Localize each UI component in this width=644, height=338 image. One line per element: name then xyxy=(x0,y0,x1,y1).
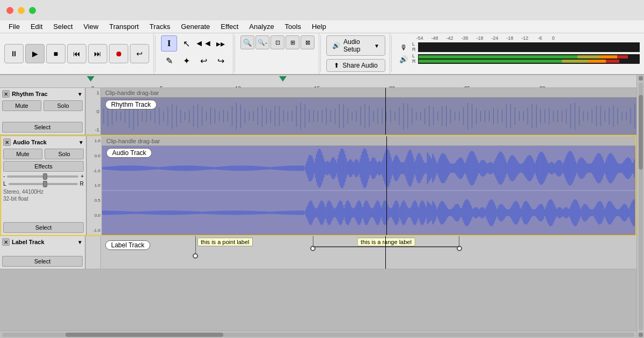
record-button[interactable]: ⏺ xyxy=(109,44,128,63)
rhythm-select-button[interactable]: Select xyxy=(2,122,83,133)
label-track-name: Label Track xyxy=(12,239,75,245)
menu-transport[interactable]: Transport xyxy=(105,21,143,32)
vertical-scrollbar[interactable] xyxy=(636,75,644,338)
menu-edit[interactable]: Edit xyxy=(26,21,47,32)
stop-button[interactable]: ■ xyxy=(46,44,65,63)
menu-analyze[interactable]: Analyze xyxy=(245,21,278,32)
rhythm-solo-button[interactable]: Solo xyxy=(43,100,83,111)
rhythm-track-row: ✕ Rhythm Trac ▼ Mute Solo Select xyxy=(0,88,636,135)
multi-tool[interactable]: ✦ xyxy=(178,53,194,69)
skip-fwd-button[interactable]: ⏭ xyxy=(88,44,107,63)
rhythm-track-menu-button[interactable]: ▼ xyxy=(77,91,83,97)
label-select-button[interactable]: Select xyxy=(2,256,83,267)
menu-view[interactable]: View xyxy=(79,21,103,32)
zoom-fit-button[interactable]: ⊡ xyxy=(270,35,284,49)
label-playhead xyxy=(385,236,386,269)
menu-select[interactable]: Select xyxy=(49,21,77,32)
vscroll-up-button[interactable] xyxy=(639,76,643,80)
menu-effect[interactable]: Effect xyxy=(216,21,243,32)
label-track-label: Label Track xyxy=(105,240,150,250)
audio-gain-slider[interactable] xyxy=(7,175,78,178)
cut-right-tool[interactable]: ▸▸ xyxy=(213,35,229,52)
label-track-content[interactable]: Label Track this is a point label xyxy=(101,236,636,269)
rhythm-track-content[interactable]: Clip-handle drag-bar Rhythm Track // Rhy… xyxy=(101,88,636,135)
vscroll-thumb[interactable] xyxy=(639,95,643,170)
gain-minus-label: - xyxy=(3,173,5,179)
point-label-circle xyxy=(193,253,198,259)
close-button[interactable] xyxy=(6,7,13,14)
zoom-out-button[interactable]: 🔍- xyxy=(255,35,269,49)
range-label-container: this is a range label xyxy=(313,236,459,269)
vscroll-down-button[interactable] xyxy=(639,333,643,337)
menu-file[interactable]: File xyxy=(4,21,24,32)
audio-vscale: 1.0 0.0 -1.0 1.0 0.5 0.0 -1.0 xyxy=(87,136,102,235)
vscroll-track[interactable] xyxy=(639,83,643,330)
menu-tracks[interactable]: Tracks xyxy=(145,21,175,32)
menu-generate[interactable]: Generate xyxy=(177,21,214,32)
menu-tools[interactable]: Tools xyxy=(281,21,305,32)
maximize-button[interactable] xyxy=(29,7,36,14)
pan-r-label: R xyxy=(80,181,84,187)
undo-tool[interactable]: ↩ xyxy=(195,53,211,69)
horizontal-scrollbar[interactable] xyxy=(0,330,636,338)
gain-plus-label: + xyxy=(80,173,84,179)
loop-button[interactable]: ↩ xyxy=(130,44,149,63)
audio-playhead xyxy=(386,136,387,235)
record-vu-meter[interactable]: 🎙 LR xyxy=(397,42,640,53)
playhead-marker[interactable] xyxy=(279,76,287,82)
audio-setup-label: Audio Setup xyxy=(343,38,371,53)
minimize-button[interactable] xyxy=(18,7,25,14)
share-audio-button[interactable]: ⬆ Share Audio xyxy=(326,59,385,72)
vu-meter-section: -54 -48 -42 -36 -18 -24 -18 -12 -6 0 🎙 L… xyxy=(393,33,644,74)
play-button[interactable]: ▶ xyxy=(25,44,45,63)
audio-setup-button[interactable]: 🔊 Audio Setup ▼ xyxy=(326,35,385,56)
label-vscale-spacer xyxy=(86,236,101,269)
redo-tool[interactable]: ↪ xyxy=(213,53,229,69)
playback-vu-meter[interactable]: 🔊 LR xyxy=(397,54,640,64)
tracks-list: ✕ Rhythm Trac ▼ Mute Solo Select xyxy=(0,88,636,330)
range-left-line xyxy=(313,236,313,247)
track-area: 0 5 10 15 20 25 30 ✕ Rhythm xyxy=(0,75,644,338)
zoom-sel-button[interactable]: ⊞ xyxy=(286,35,299,49)
audio-solo-button[interactable]: Solo xyxy=(45,149,84,159)
chevron-down-icon: ▼ xyxy=(374,43,379,49)
audio-track-header: ✕ Audio Track ▼ xyxy=(3,138,84,146)
audio-mute-button[interactable]: Mute xyxy=(3,149,42,159)
audio-setup-section: 🔊 Audio Setup ▼ ⬆ Share Audio xyxy=(322,33,390,74)
hscroll-thumb[interactable] xyxy=(65,333,224,337)
rhythm-mute-button[interactable]: Mute xyxy=(2,100,41,111)
envelope-tool[interactable]: ↖ xyxy=(178,35,194,52)
audio-track-menu-button[interactable]: ▼ xyxy=(78,139,84,145)
audio-select-button[interactable]: Select xyxy=(3,222,84,233)
menu-help[interactable]: Help xyxy=(308,21,331,32)
audio-track-content[interactable]: Clip-handle drag-bar Audio Track xyxy=(102,136,635,235)
select-tool[interactable]: 𝐈 xyxy=(161,35,177,52)
cut-left-tool[interactable]: ◄◄ xyxy=(195,35,211,52)
hscroll-track[interactable] xyxy=(2,333,634,337)
range-label-text[interactable]: this is a range label xyxy=(357,238,415,246)
label-track-row: ✕ Label Track ▼ Select Label Track xyxy=(0,236,636,269)
speaker-vu-icon: 🔊 xyxy=(397,55,410,63)
audio-effects-button[interactable]: Effects xyxy=(3,161,84,172)
rhythm-track-close-button[interactable]: ✕ xyxy=(2,90,10,98)
label-track-close-button[interactable]: ✕ xyxy=(2,238,10,246)
audio-track-name: Audio Track xyxy=(13,139,76,145)
audio-pan-slider[interactable] xyxy=(9,183,78,185)
point-label-text[interactable]: this is a point label xyxy=(197,238,253,246)
audio-track-close-button[interactable]: ✕ xyxy=(3,138,11,146)
pause-button[interactable]: ⏸ xyxy=(4,44,24,63)
tracks-main: 0 5 10 15 20 25 30 ✕ Rhythm xyxy=(0,75,636,338)
zoom-in-button[interactable]: 🔍 xyxy=(240,35,254,49)
draw-tool[interactable]: ✎ xyxy=(161,53,177,69)
toolbar: ⏸ ▶ ■ ⏮ ⏭ ⏺ ↩ 𝐈 ↖ ◄◄ ▸▸ ✎ ✦ ↩ ↪ xyxy=(0,33,644,75)
zoom-project-button[interactable]: ⊠ xyxy=(301,35,314,49)
skip-back-button[interactable]: ⏮ xyxy=(67,44,86,63)
menubar: File Edit Select View Transport Tracks G… xyxy=(0,20,644,33)
audio-waveform xyxy=(102,146,635,235)
time-ruler: 0 5 10 15 20 25 30 xyxy=(0,75,636,88)
rhythm-clip-handle: Clip-handle drag-bar xyxy=(101,88,636,98)
label-track-menu-button[interactable]: ▼ xyxy=(77,239,83,245)
start-marker[interactable] xyxy=(87,76,94,82)
audio-track-label: Audio Track xyxy=(106,148,152,158)
rhythm-waveform: // Rhythm track waveform rendered via JS… xyxy=(101,98,636,135)
